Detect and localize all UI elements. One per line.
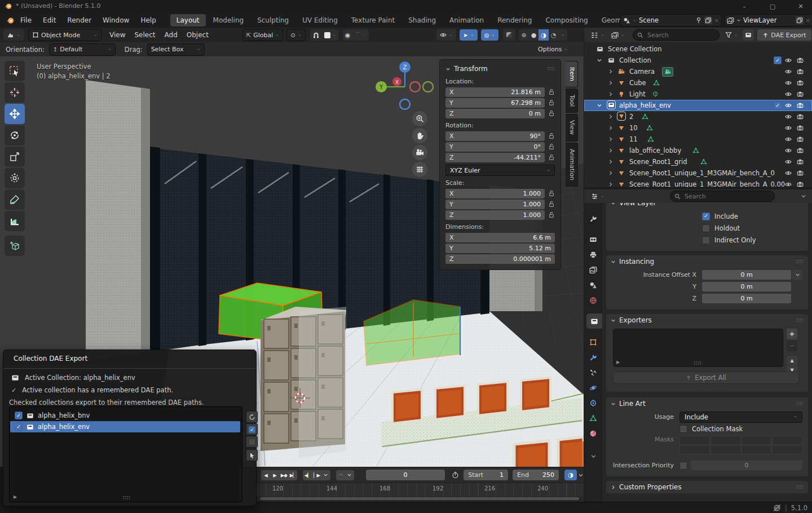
new-collection-button[interactable]	[743, 29, 754, 41]
eye-icon[interactable]	[785, 102, 792, 109]
tab-tool[interactable]: Tool	[566, 89, 578, 113]
camera-restrict-icon[interactable]	[797, 170, 804, 176]
outliner-display-mode[interactable]	[588, 29, 608, 41]
next-frame-button[interactable]: ▏▶	[312, 470, 321, 480]
menu-file[interactable]: File	[15, 12, 37, 28]
shading-wireframe-button[interactable]: ⊕	[519, 29, 528, 41]
falloff-dropdown[interactable]: ⌒	[352, 29, 369, 41]
tool-select-box[interactable]	[5, 61, 25, 81]
frame-end-field[interactable]: End250	[513, 470, 559, 480]
pin-icon[interactable]	[695, 17, 702, 24]
scale-y-field[interactable]: Y1.000	[445, 200, 545, 209]
shading-material-button[interactable]: ◑	[539, 29, 549, 41]
instance-offset-y-field[interactable]: 0 m	[702, 282, 791, 291]
location-x-field[interactable]: X21.816 m	[445, 87, 545, 97]
camera-restrict-icon[interactable]	[797, 158, 804, 165]
intersection-priority-checkbox[interactable]	[679, 462, 687, 470]
eye-icon[interactable]	[785, 136, 792, 143]
outliner-item-bench-a-0-00[interactable]: Scene_Root1_unique_1_M3GMAir_bench_A_0.0…	[584, 179, 812, 187]
previous-frame-button[interactable]: ◀▏	[303, 470, 312, 480]
copy-icon[interactable]	[704, 16, 712, 24]
lock-open-icon[interactable]	[548, 211, 555, 218]
menu-edit[interactable]: Edit	[37, 12, 61, 28]
location-z-field[interactable]: Z0 m	[445, 109, 545, 118]
mesh-data-icon[interactable]	[646, 125, 653, 131]
exporters-panel-header[interactable]: Exporters	[606, 314, 808, 326]
eye-icon[interactable]	[785, 57, 792, 64]
tool-scale[interactable]	[5, 147, 25, 167]
outliner-item-10[interactable]: 10	[584, 122, 812, 134]
export-checkbox[interactable]	[15, 412, 23, 419]
collection-mask-checkbox[interactable]	[679, 425, 687, 433]
dimensions-y-field[interactable]: Y5.12 m	[445, 244, 555, 253]
camera-restrict-icon[interactable]	[797, 136, 804, 143]
jump-to-end-button[interactable]: ▶▏	[288, 470, 297, 480]
tool-add-cube[interactable]	[5, 236, 25, 256]
instance-offset-x-field[interactable]: 0 m	[702, 270, 791, 280]
lock-icon[interactable]	[548, 132, 555, 139]
eye-icon[interactable]	[785, 91, 792, 98]
outliner-item-alpha-helix-env[interactable]: alpha_helix_env	[584, 100, 812, 111]
next-keyframe-button[interactable]: ▶◆	[279, 470, 288, 480]
chevron-down-icon[interactable]	[597, 58, 602, 63]
properties-search[interactable]	[670, 191, 775, 202]
holdout-checkbox[interactable]	[702, 224, 710, 232]
gizmos-dropdown[interactable]: ➤	[460, 29, 477, 41]
rail-chevron-icon[interactable]	[584, 449, 602, 464]
grip-icon[interactable]	[122, 496, 130, 500]
camera-restrict-icon[interactable]	[797, 181, 804, 187]
chevron-right-icon[interactable]	[608, 91, 614, 97]
tab-animation[interactable]: Animation	[566, 143, 578, 187]
masks-grid[interactable]	[679, 436, 802, 454]
camera-restrict-icon[interactable]	[797, 147, 804, 154]
outliner-filter-dropdown[interactable]	[722, 29, 742, 41]
chevron-right-icon[interactable]	[608, 148, 614, 153]
play-button[interactable]: ▶	[270, 470, 279, 480]
check-all-button[interactable]	[246, 423, 258, 435]
chevron-right-icon[interactable]	[608, 170, 614, 176]
line-art-panel-header[interactable]: Line Art	[606, 397, 808, 410]
tab-world[interactable]	[584, 293, 602, 308]
eye-icon[interactable]	[785, 181, 792, 187]
instance-offset-z-field[interactable]: 0 m	[702, 294, 791, 303]
tool-transform[interactable]	[5, 168, 25, 188]
properties-editor-type[interactable]	[588, 191, 608, 202]
copy-icon[interactable]	[796, 16, 804, 24]
tab-render[interactable]	[584, 232, 602, 247]
properties-options-chevron[interactable]	[801, 193, 806, 199]
tool-rotate[interactable]	[5, 125, 25, 145]
mesh-data-icon[interactable]	[653, 79, 660, 86]
workspace-tab-shading[interactable]: Shading	[402, 14, 442, 26]
workspace-tab-sculpting[interactable]: Sculpting	[251, 14, 295, 26]
mode-dropdown[interactable]: Object Mode	[28, 29, 102, 41]
outliner-item-camera[interactable]: Camera	[584, 66, 812, 77]
outliner-item-lab-office-lobby[interactable]: lab_office_lobby	[584, 145, 812, 156]
menu-object[interactable]: Object	[182, 28, 213, 42]
snap-target-dropdown[interactable]	[322, 29, 338, 41]
tab-object-data[interactable]	[584, 410, 602, 426]
dae-export-button[interactable]: DAE Export	[757, 29, 811, 41]
view-layer-name[interactable]: ViewLayer	[743, 16, 793, 24]
workspace-tab-rendering[interactable]: Rendering	[491, 14, 538, 26]
visibility-dropdown[interactable]	[436, 29, 456, 41]
uncheck-all-button[interactable]	[246, 436, 258, 448]
eye-icon[interactable]	[785, 113, 792, 120]
eye-icon[interactable]	[785, 147, 792, 154]
pivot-point-dropdown[interactable]: ⊙	[286, 29, 305, 41]
dae-row-alpha-helix-bnv[interactable]: alpha_helix_bnv	[10, 410, 240, 421]
orientation-setting-dropdown[interactable]: ↥ Default	[49, 43, 116, 56]
tab-object[interactable]	[584, 334, 602, 350]
list-expand-icon[interactable]: ▶	[616, 360, 620, 365]
play-reverse-button[interactable]: ◀	[261, 470, 270, 480]
menu-view[interactable]: View	[105, 28, 130, 42]
properties-search-input[interactable]	[683, 192, 770, 201]
rotation-mode-dropdown[interactable]: XYZ Euler	[445, 165, 555, 176]
tool-annotate[interactable]	[5, 189, 25, 210]
outliner-item-11[interactable]: 11	[584, 134, 812, 145]
include-checkbox[interactable]	[702, 213, 710, 220]
shading-dropdown[interactable]	[559, 29, 567, 41]
timeline-scrollbar[interactable]	[259, 497, 581, 501]
chevron-down-icon[interactable]	[578, 472, 584, 478]
tab-tool[interactable]	[584, 211, 602, 226]
tool-measure[interactable]	[5, 211, 25, 231]
